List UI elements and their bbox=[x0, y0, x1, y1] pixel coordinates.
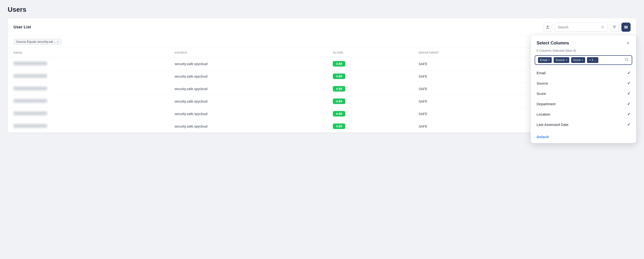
column-tag-score-close[interactable]: × bbox=[582, 58, 583, 62]
export-button[interactable] bbox=[543, 22, 552, 32]
panel-close-button[interactable]: × bbox=[626, 40, 630, 46]
columns-icon bbox=[624, 25, 628, 29]
cell-source: security.safe.spycloud bbox=[169, 108, 327, 120]
svg-rect-2 bbox=[626, 26, 626, 28]
column-check-icon: ✓ bbox=[627, 81, 630, 86]
score-badge: 4.80 bbox=[333, 86, 345, 92]
col-source: SOURCE bbox=[169, 48, 327, 58]
column-tag-email-label: Email bbox=[540, 58, 547, 62]
panel-title: Select Columns bbox=[536, 40, 569, 46]
search-box[interactable] bbox=[554, 22, 608, 32]
cell-score: 4.80 bbox=[327, 58, 413, 70]
score-badge: 4.80 bbox=[333, 111, 345, 116]
column-list-item[interactable]: Last Assessed Date✓ bbox=[531, 120, 636, 130]
cell-department: SAFE bbox=[413, 120, 527, 132]
column-check-icon: ✓ bbox=[627, 91, 630, 96]
cell-source: security.safe.spycloud bbox=[169, 58, 327, 70]
column-tag-score-label: Score bbox=[573, 58, 580, 62]
svg-rect-3 bbox=[627, 26, 628, 28]
column-list: Email✓Source✓Score✓Department✓Location✓L… bbox=[531, 66, 636, 132]
blurred-email bbox=[14, 62, 47, 65]
column-list-item[interactable]: Department✓ bbox=[531, 99, 636, 109]
score-badge: 4.80 bbox=[333, 124, 345, 129]
search-input[interactable] bbox=[558, 25, 599, 29]
cell-department: SAFE bbox=[413, 70, 527, 83]
column-check-icon: ✓ bbox=[627, 122, 630, 127]
column-tag-more[interactable]: + 3 ... bbox=[587, 57, 598, 63]
columns-button[interactable] bbox=[622, 22, 630, 32]
panel-header: Select Columns × bbox=[531, 35, 636, 49]
main-card: User List bbox=[8, 18, 636, 132]
cell-score: 4.80 bbox=[327, 120, 413, 132]
cell-score: 4.80 bbox=[327, 95, 413, 108]
cell-department: SAFE bbox=[413, 95, 527, 108]
column-list-item[interactable]: Location✓ bbox=[531, 109, 636, 120]
column-tag-more-label: + 3 ... bbox=[589, 58, 596, 62]
cell-email bbox=[8, 95, 169, 108]
column-tag-source-label: Source bbox=[556, 58, 565, 62]
column-list-item[interactable]: Email✓ bbox=[531, 68, 636, 78]
cell-source: security.safe.spycloud bbox=[169, 83, 327, 95]
page-title: Users bbox=[8, 6, 636, 14]
panel-subtitle: 6 Columns Selected (Max 8) bbox=[531, 49, 636, 55]
column-list-item[interactable]: Score✓ bbox=[531, 88, 636, 99]
column-item-label: Department bbox=[536, 102, 555, 106]
blurred-email bbox=[14, 86, 47, 90]
col-department: DEPARTMENT bbox=[413, 48, 527, 58]
column-check-icon: ✓ bbox=[627, 71, 630, 75]
cell-department: SAFE bbox=[413, 108, 527, 120]
active-filter-tag[interactable]: Source Equals security.saf... × bbox=[14, 39, 62, 45]
cell-score: 4.80 bbox=[327, 83, 413, 95]
cell-department: SAFE bbox=[413, 83, 527, 95]
score-badge: 4.80 bbox=[333, 61, 345, 66]
column-check-icon: ✓ bbox=[627, 112, 630, 116]
cell-source: security.safe.spycloud bbox=[169, 95, 327, 108]
column-tag-source-close[interactable]: × bbox=[566, 58, 567, 62]
cell-email bbox=[8, 83, 169, 95]
cell-source: security.safe.spycloud bbox=[169, 70, 327, 83]
column-tag-email-close[interactable]: × bbox=[548, 58, 550, 62]
card-title: User List bbox=[14, 25, 31, 30]
col-score: SCORE bbox=[327, 48, 413, 58]
column-search-box[interactable]: Email × Source × Score × + 3 ... bbox=[535, 55, 632, 65]
column-list-item[interactable]: Source✓ bbox=[531, 78, 636, 88]
filter-tag-label: Source Equals security.saf... bbox=[16, 40, 56, 44]
column-tag-source[interactable]: Source × bbox=[554, 57, 569, 63]
blurred-email bbox=[14, 74, 47, 78]
cell-email bbox=[8, 58, 169, 70]
cell-score: 4.80 bbox=[327, 108, 413, 120]
panel-footer: Default bbox=[531, 132, 636, 143]
cell-email bbox=[8, 120, 169, 132]
header-actions bbox=[543, 22, 630, 32]
blurred-email bbox=[14, 112, 47, 115]
cell-department: SAFE bbox=[413, 58, 527, 70]
column-item-label: Source bbox=[536, 81, 548, 85]
column-check-icon: ✓ bbox=[627, 102, 630, 106]
cell-email bbox=[8, 70, 169, 83]
blurred-email bbox=[14, 99, 47, 103]
filter-button[interactable] bbox=[610, 22, 619, 32]
search-icon bbox=[601, 25, 604, 29]
blurred-email bbox=[14, 124, 47, 128]
column-tag-score[interactable]: Score × bbox=[571, 57, 585, 63]
cell-email bbox=[8, 108, 169, 120]
column-item-label: Last Assessed Date bbox=[536, 122, 568, 126]
cell-score: 4.80 bbox=[327, 70, 413, 83]
filter-icon bbox=[612, 25, 616, 29]
svg-rect-1 bbox=[624, 26, 626, 28]
card-header: User List bbox=[8, 18, 636, 36]
cell-source: security.safe.spycloud bbox=[169, 120, 327, 132]
column-item-label: Location bbox=[536, 112, 550, 116]
column-tag-email[interactable]: Email × bbox=[538, 57, 552, 63]
select-columns-panel: Select Columns × 6 Columns Selected (Max… bbox=[530, 35, 636, 143]
default-button[interactable]: Default bbox=[536, 135, 549, 139]
score-badge: 4.80 bbox=[333, 98, 345, 104]
score-badge: 4.80 bbox=[333, 74, 345, 79]
panel-search-icon bbox=[624, 58, 629, 63]
column-item-label: Score bbox=[536, 92, 546, 96]
col-email: EMAIL bbox=[8, 48, 169, 58]
filter-tag-close[interactable]: × bbox=[57, 40, 59, 44]
column-item-label: Email bbox=[536, 71, 546, 75]
